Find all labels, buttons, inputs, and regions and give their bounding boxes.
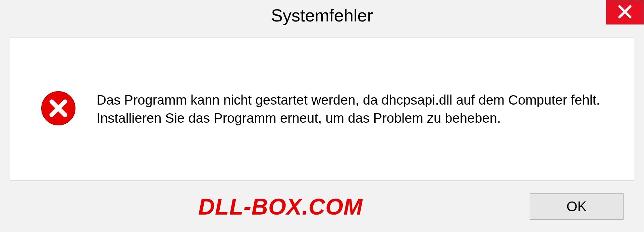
content-panel: Das Programm kann nicht gestartet werden… xyxy=(10,37,634,181)
bottom-bar: DLL-BOX.COM OK xyxy=(0,187,644,232)
titlebar: Systemfehler xyxy=(0,0,644,31)
close-button[interactable] xyxy=(606,0,644,24)
close-icon xyxy=(618,4,632,20)
error-icon xyxy=(40,90,76,128)
watermark-text: DLL-BOX.COM xyxy=(198,193,363,220)
ok-button[interactable]: OK xyxy=(530,193,624,220)
ok-button-label: OK xyxy=(567,198,587,215)
dialog-title: Systemfehler xyxy=(271,5,373,25)
error-dialog: Systemfehler Das Programm kann nicht ges… xyxy=(0,0,644,232)
error-message: Das Programm kann nicht gestartet werden… xyxy=(97,91,614,127)
